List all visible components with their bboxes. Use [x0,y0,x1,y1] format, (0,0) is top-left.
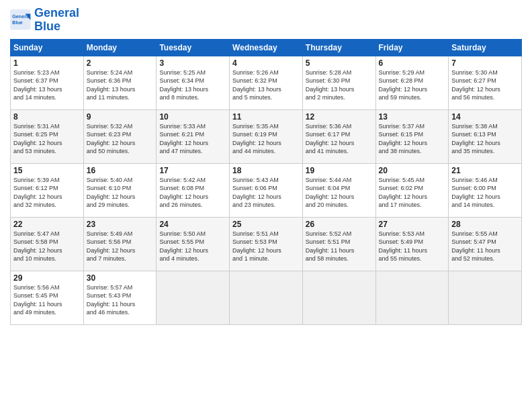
week-row-4: 29Sunrise: 5:56 AMSunset: 5:45 PMDayligh… [11,271,522,324]
cell-3-0: 22Sunrise: 5:47 AMSunset: 5:58 PMDayligh… [11,217,84,271]
logo-text: General Blue [34,7,79,34]
cell-info: Sunrise: 5:23 AMSunset: 6:37 PMDaylight:… [13,68,81,102]
cell-3-4: 26Sunrise: 5:52 AMSunset: 5:51 PMDayligh… [302,217,375,271]
day-number: 29 [13,273,81,283]
cell-info: Sunrise: 5:28 AMSunset: 6:30 PMDaylight:… [306,68,373,102]
cell-info: Sunrise: 5:30 AMSunset: 6:27 PMDaylight:… [451,68,519,102]
cell-1-3: 11Sunrise: 5:35 AMSunset: 6:19 PMDayligh… [230,109,303,163]
page: General Blue General Blue Sunday Monday … [0,0,532,411]
cell-info: Sunrise: 5:31 AMSunset: 6:25 PMDaylight:… [13,122,81,156]
cell-info: Sunrise: 5:24 AMSunset: 6:36 PMDaylight:… [87,68,154,102]
cell-2-4: 19Sunrise: 5:44 AMSunset: 6:04 PMDayligh… [302,163,375,217]
cell-info: Sunrise: 5:51 AMSunset: 5:53 PMDaylight:… [232,230,300,263]
cell-info: Sunrise: 5:47 AMSunset: 5:58 PMDaylight:… [13,230,81,263]
cell-0-5: 6Sunrise: 5:29 AMSunset: 6:28 PMDaylight… [375,56,449,109]
cell-info: Sunrise: 5:40 AMSunset: 6:10 PMDaylight:… [87,176,154,210]
day-number: 20 [379,166,446,175]
cell-2-2: 17Sunrise: 5:42 AMSunset: 6:08 PMDayligh… [157,163,230,217]
cell-info: Sunrise: 5:36 AMSunset: 6:17 PMDaylight:… [306,122,373,156]
svg-text:Blue: Blue [12,19,23,25]
cell-3-2: 24Sunrise: 5:50 AMSunset: 5:55 PMDayligh… [157,217,230,271]
day-number: 6 [379,58,446,68]
cell-0-4: 5Sunrise: 5:28 AMSunset: 6:30 PMDaylight… [302,56,375,109]
cell-info: Sunrise: 5:46 AMSunset: 6:00 PMDaylight:… [451,176,519,210]
day-number: 28 [451,220,519,229]
cell-info: Sunrise: 5:42 AMSunset: 6:08 PMDaylight:… [159,176,226,210]
day-number: 8 [13,112,81,122]
cell-2-5: 20Sunrise: 5:45 AMSunset: 6:02 PMDayligh… [375,163,449,217]
day-number: 21 [451,166,519,175]
cell-info: Sunrise: 5:43 AMSunset: 6:06 PMDaylight:… [232,176,300,210]
cell-2-1: 16Sunrise: 5:40 AMSunset: 6:10 PMDayligh… [83,163,157,217]
cell-0-0: 1Sunrise: 5:23 AMSunset: 6:37 PMDaylight… [11,56,84,109]
cell-0-1: 2Sunrise: 5:24 AMSunset: 6:36 PMDaylight… [83,56,157,109]
cell-1-5: 13Sunrise: 5:37 AMSunset: 6:15 PMDayligh… [375,109,449,163]
cell-0-6: 7Sunrise: 5:30 AMSunset: 6:27 PMDaylight… [449,56,522,109]
cell-3-5: 27Sunrise: 5:53 AMSunset: 5:49 PMDayligh… [375,217,449,271]
calendar-table: Sunday Monday Tuesday Wednesday Thursday… [10,39,522,325]
cell-info: Sunrise: 5:45 AMSunset: 6:02 PMDaylight:… [379,176,446,210]
day-number: 13 [379,112,446,122]
header: General Blue General Blue [10,7,522,34]
day-number: 15 [13,166,81,175]
day-number: 27 [379,220,446,229]
day-number: 4 [232,58,300,68]
cell-info: Sunrise: 5:49 AMSunset: 5:56 PMDaylight:… [87,230,154,263]
day-number: 24 [159,220,226,229]
cell-1-2: 10Sunrise: 5:33 AMSunset: 6:21 PMDayligh… [157,109,230,163]
cell-2-3: 18Sunrise: 5:43 AMSunset: 6:06 PMDayligh… [230,163,303,217]
cell-info: Sunrise: 5:39 AMSunset: 6:12 PMDaylight:… [13,176,81,210]
cell-1-1: 9Sunrise: 5:32 AMSunset: 6:23 PMDaylight… [83,109,157,163]
cell-info: Sunrise: 5:29 AMSunset: 6:28 PMDaylight:… [379,68,446,102]
cell-1-4: 12Sunrise: 5:36 AMSunset: 6:17 PMDayligh… [302,109,375,163]
col-wednesday: Wednesday [230,39,303,56]
cell-4-2 [157,271,230,324]
cell-0-3: 4Sunrise: 5:26 AMSunset: 6:32 PMDaylight… [230,56,303,109]
day-number: 26 [306,220,373,229]
day-number: 10 [159,112,226,122]
logo-icon: General Blue [10,9,32,31]
cell-4-4 [302,271,375,324]
cell-3-1: 23Sunrise: 5:49 AMSunset: 5:56 PMDayligh… [83,217,157,271]
cell-0-2: 3Sunrise: 5:25 AMSunset: 6:34 PMDaylight… [157,56,230,109]
cell-4-0: 29Sunrise: 5:56 AMSunset: 5:45 PMDayligh… [11,271,84,324]
week-row-3: 22Sunrise: 5:47 AMSunset: 5:58 PMDayligh… [11,217,522,271]
cell-info: Sunrise: 5:37 AMSunset: 6:15 PMDaylight:… [379,122,446,156]
day-number: 5 [306,58,373,68]
cell-info: Sunrise: 5:44 AMSunset: 6:04 PMDaylight:… [306,176,373,210]
cell-4-3 [230,271,303,324]
day-number: 12 [306,112,373,122]
day-number: 1 [13,58,81,68]
week-row-0: 1Sunrise: 5:23 AMSunset: 6:37 PMDaylight… [11,56,522,109]
cell-2-6: 21Sunrise: 5:46 AMSunset: 6:00 PMDayligh… [449,163,522,217]
header-row: Sunday Monday Tuesday Wednesday Thursday… [11,39,522,56]
day-number: 3 [159,58,226,68]
cell-4-1: 30Sunrise: 5:57 AMSunset: 5:43 PMDayligh… [83,271,157,324]
logo: General Blue General Blue [10,7,79,34]
col-friday: Friday [375,39,449,56]
day-number: 30 [87,273,154,283]
cell-info: Sunrise: 5:26 AMSunset: 6:32 PMDaylight:… [232,68,300,102]
cell-2-0: 15Sunrise: 5:39 AMSunset: 6:12 PMDayligh… [11,163,84,217]
cell-info: Sunrise: 5:57 AMSunset: 5:43 PMDaylight:… [87,283,154,317]
col-thursday: Thursday [302,39,375,56]
cell-3-6: 28Sunrise: 5:55 AMSunset: 5:47 PMDayligh… [449,217,522,271]
day-number: 25 [232,220,300,229]
col-tuesday: Tuesday [157,39,230,56]
cell-info: Sunrise: 5:25 AMSunset: 6:34 PMDaylight:… [159,68,226,102]
cell-info: Sunrise: 5:32 AMSunset: 6:23 PMDaylight:… [87,122,154,156]
day-number: 18 [232,166,300,175]
cell-info: Sunrise: 5:38 AMSunset: 6:13 PMDaylight:… [451,122,519,156]
cell-1-0: 8Sunrise: 5:31 AMSunset: 6:25 PMDaylight… [11,109,84,163]
col-monday: Monday [83,39,157,56]
cell-4-5 [375,271,449,324]
col-saturday: Saturday [449,39,522,56]
cell-info: Sunrise: 5:50 AMSunset: 5:55 PMDaylight:… [159,230,226,263]
cell-3-3: 25Sunrise: 5:51 AMSunset: 5:53 PMDayligh… [230,217,303,271]
cell-info: Sunrise: 5:56 AMSunset: 5:45 PMDaylight:… [13,283,81,317]
cell-1-6: 14Sunrise: 5:38 AMSunset: 6:13 PMDayligh… [449,109,522,163]
day-number: 22 [13,220,81,229]
week-row-1: 8Sunrise: 5:31 AMSunset: 6:25 PMDaylight… [11,109,522,163]
day-number: 9 [87,112,154,122]
day-number: 14 [451,112,519,122]
